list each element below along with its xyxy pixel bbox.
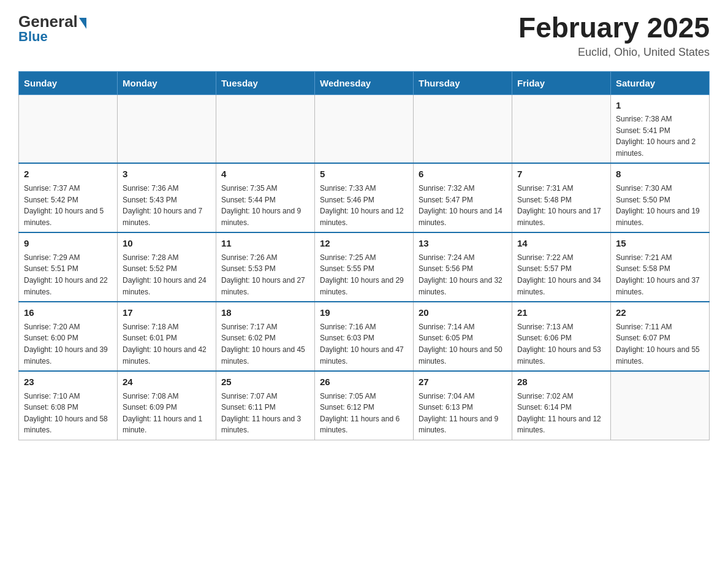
calendar-day-cell: 16Sunrise: 7:20 AMSunset: 6:00 PMDayligh…	[19, 302, 118, 371]
calendar-day-cell: 14Sunrise: 7:22 AMSunset: 5:57 PMDayligh…	[512, 232, 611, 302]
logo-arrow-icon	[79, 18, 86, 29]
calendar-day-cell: 3Sunrise: 7:36 AMSunset: 5:43 PMDaylight…	[118, 163, 216, 232]
calendar-week-row: 16Sunrise: 7:20 AMSunset: 6:00 PMDayligh…	[19, 302, 710, 371]
weekday-header-sunday: Sunday	[19, 71, 118, 94]
calendar-week-row: 23Sunrise: 7:10 AMSunset: 6:08 PMDayligh…	[19, 371, 710, 440]
day-number: 25	[221, 375, 309, 389]
day-info: Sunrise: 7:29 AMSunset: 5:51 PMDaylight:…	[24, 252, 112, 297]
day-number: 6	[419, 167, 507, 182]
calendar-day-cell: 1Sunrise: 7:38 AMSunset: 5:41 PMDaylight…	[611, 94, 710, 163]
calendar-day-cell: 7Sunrise: 7:31 AMSunset: 5:48 PMDaylight…	[512, 163, 611, 232]
calendar-day-cell	[19, 94, 118, 163]
calendar-day-cell: 25Sunrise: 7:07 AMSunset: 6:11 PMDayligh…	[216, 371, 315, 440]
day-number: 2	[24, 167, 112, 182]
day-info: Sunrise: 7:14 AMSunset: 6:05 PMDaylight:…	[419, 321, 507, 367]
calendar-day-cell: 19Sunrise: 7:16 AMSunset: 6:03 PMDayligh…	[315, 302, 414, 371]
day-info: Sunrise: 7:21 AMSunset: 5:58 PMDaylight:…	[616, 252, 704, 297]
calendar-day-cell	[118, 94, 216, 163]
day-number: 27	[419, 375, 507, 389]
day-info: Sunrise: 7:13 AMSunset: 6:06 PMDaylight:…	[517, 321, 605, 367]
calendar-day-cell: 26Sunrise: 7:05 AMSunset: 6:12 PMDayligh…	[315, 371, 414, 440]
calendar-day-cell: 17Sunrise: 7:18 AMSunset: 6:01 PMDayligh…	[118, 302, 216, 371]
day-info: Sunrise: 7:35 AMSunset: 5:44 PMDaylight:…	[221, 183, 309, 228]
calendar-day-cell: 10Sunrise: 7:28 AMSunset: 5:52 PMDayligh…	[118, 232, 216, 302]
day-info: Sunrise: 7:02 AMSunset: 6:14 PMDaylight:…	[517, 391, 605, 436]
day-number: 9	[24, 237, 112, 251]
calendar-day-cell: 20Sunrise: 7:14 AMSunset: 6:05 PMDayligh…	[414, 302, 512, 371]
calendar-day-cell: 21Sunrise: 7:13 AMSunset: 6:06 PMDayligh…	[512, 302, 611, 371]
day-number: 28	[517, 375, 605, 389]
calendar-week-row: 1Sunrise: 7:38 AMSunset: 5:41 PMDaylight…	[19, 94, 710, 163]
day-number: 5	[320, 167, 408, 182]
calendar-day-cell: 15Sunrise: 7:21 AMSunset: 5:58 PMDayligh…	[611, 232, 710, 302]
day-number: 4	[221, 167, 309, 182]
calendar-week-row: 9Sunrise: 7:29 AMSunset: 5:51 PMDaylight…	[19, 232, 710, 302]
day-info: Sunrise: 7:36 AMSunset: 5:43 PMDaylight:…	[123, 183, 211, 228]
calendar-day-cell: 22Sunrise: 7:11 AMSunset: 6:07 PMDayligh…	[611, 302, 710, 371]
page-header: General Blue February 2025 Euclid, Ohio,…	[18, 12, 710, 59]
weekday-header-wednesday: Wednesday	[315, 71, 414, 94]
calendar-day-cell: 2Sunrise: 7:37 AMSunset: 5:42 PMDaylight…	[19, 163, 118, 232]
calendar-body: 1Sunrise: 7:38 AMSunset: 5:41 PMDaylight…	[19, 94, 710, 440]
day-info: Sunrise: 7:10 AMSunset: 6:08 PMDaylight:…	[24, 391, 112, 436]
calendar-day-cell: 18Sunrise: 7:17 AMSunset: 6:02 PMDayligh…	[216, 302, 315, 371]
day-info: Sunrise: 7:08 AMSunset: 6:09 PMDaylight:…	[123, 391, 211, 436]
weekday-header-saturday: Saturday	[611, 71, 710, 94]
weekday-header-friday: Friday	[512, 71, 611, 94]
day-number: 23	[24, 375, 112, 389]
title-block: February 2025 Euclid, Ohio, United State…	[518, 12, 710, 59]
day-number: 18	[221, 306, 309, 320]
calendar-day-cell	[512, 94, 611, 163]
calendar-day-cell: 11Sunrise: 7:26 AMSunset: 5:53 PMDayligh…	[216, 232, 315, 302]
day-number: 16	[24, 306, 112, 320]
calendar-day-cell: 13Sunrise: 7:24 AMSunset: 5:56 PMDayligh…	[414, 232, 512, 302]
calendar-day-cell	[315, 94, 414, 163]
day-number: 7	[517, 167, 605, 182]
day-number: 24	[123, 375, 211, 389]
calendar-title: February 2025	[518, 12, 710, 44]
day-number: 1	[616, 99, 704, 113]
day-info: Sunrise: 7:30 AMSunset: 5:50 PMDaylight:…	[616, 183, 704, 228]
day-info: Sunrise: 7:07 AMSunset: 6:11 PMDaylight:…	[221, 391, 309, 436]
day-info: Sunrise: 7:28 AMSunset: 5:52 PMDaylight:…	[123, 252, 211, 297]
weekday-header-thursday: Thursday	[414, 71, 512, 94]
day-info: Sunrise: 7:31 AMSunset: 5:48 PMDaylight:…	[517, 183, 605, 228]
logo-blue-text: Blue	[18, 29, 48, 45]
day-info: Sunrise: 7:24 AMSunset: 5:56 PMDaylight:…	[419, 252, 507, 297]
logo: General Blue	[18, 12, 86, 45]
calendar-day-cell: 12Sunrise: 7:25 AMSunset: 5:55 PMDayligh…	[315, 232, 414, 302]
weekday-header-tuesday: Tuesday	[216, 71, 315, 94]
calendar-day-cell: 27Sunrise: 7:04 AMSunset: 6:13 PMDayligh…	[414, 371, 512, 440]
day-number: 15	[616, 237, 704, 251]
day-number: 13	[419, 237, 507, 251]
calendar-day-cell: 9Sunrise: 7:29 AMSunset: 5:51 PMDaylight…	[19, 232, 118, 302]
calendar-day-cell	[414, 94, 512, 163]
weekday-header-monday: Monday	[118, 71, 216, 94]
day-info: Sunrise: 7:11 AMSunset: 6:07 PMDaylight:…	[616, 321, 704, 367]
day-info: Sunrise: 7:18 AMSunset: 6:01 PMDaylight:…	[123, 321, 211, 367]
day-info: Sunrise: 7:38 AMSunset: 5:41 PMDaylight:…	[616, 113, 704, 159]
calendar-day-cell: 8Sunrise: 7:30 AMSunset: 5:50 PMDaylight…	[611, 163, 710, 232]
day-number: 12	[320, 237, 408, 251]
weekday-header-row: SundayMondayTuesdayWednesdayThursdayFrid…	[19, 71, 710, 94]
day-info: Sunrise: 7:37 AMSunset: 5:42 PMDaylight:…	[24, 183, 112, 228]
day-info: Sunrise: 7:22 AMSunset: 5:57 PMDaylight:…	[517, 252, 605, 297]
day-info: Sunrise: 7:26 AMSunset: 5:53 PMDaylight:…	[221, 252, 309, 297]
day-number: 19	[320, 306, 408, 320]
calendar-day-cell: 23Sunrise: 7:10 AMSunset: 6:08 PMDayligh…	[19, 371, 118, 440]
day-number: 14	[517, 237, 605, 251]
calendar-day-cell: 6Sunrise: 7:32 AMSunset: 5:47 PMDaylight…	[414, 163, 512, 232]
day-info: Sunrise: 7:32 AMSunset: 5:47 PMDaylight:…	[419, 183, 507, 228]
day-number: 11	[221, 237, 309, 251]
day-number: 26	[320, 375, 408, 389]
day-number: 20	[419, 306, 507, 320]
calendar-header: SundayMondayTuesdayWednesdayThursdayFrid…	[19, 71, 710, 94]
calendar-day-cell: 28Sunrise: 7:02 AMSunset: 6:14 PMDayligh…	[512, 371, 611, 440]
calendar-table: SundayMondayTuesdayWednesdayThursdayFrid…	[18, 71, 710, 440]
calendar-week-row: 2Sunrise: 7:37 AMSunset: 5:42 PMDaylight…	[19, 163, 710, 232]
calendar-day-cell: 4Sunrise: 7:35 AMSunset: 5:44 PMDaylight…	[216, 163, 315, 232]
location-label: Euclid, Ohio, United States	[518, 46, 710, 59]
calendar-day-cell: 5Sunrise: 7:33 AMSunset: 5:46 PMDaylight…	[315, 163, 414, 232]
day-info: Sunrise: 7:20 AMSunset: 6:00 PMDaylight:…	[24, 321, 112, 367]
day-info: Sunrise: 7:33 AMSunset: 5:46 PMDaylight:…	[320, 183, 408, 228]
